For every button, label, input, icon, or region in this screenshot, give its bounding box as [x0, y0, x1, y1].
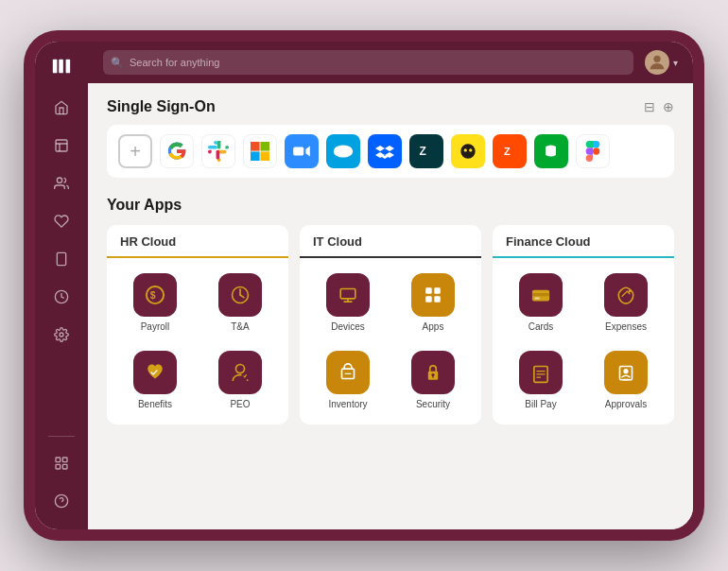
svg-point-33: [469, 148, 472, 151]
finance-cloud-card: Finance Cloud: [493, 225, 674, 424]
hr-cloud-card: HR Cloud $: [107, 225, 288, 424]
sso-app-slack[interactable]: [201, 134, 235, 168]
sso-app-google[interactable]: [160, 134, 194, 168]
svg-rect-1: [59, 60, 63, 74]
search-bar[interactable]: 🔍 Search for anything: [103, 50, 633, 75]
sso-actions: ⊟ ⊕: [644, 99, 674, 114]
security-icon-box: [411, 351, 455, 394]
sidebar-item-device[interactable]: [44, 242, 78, 276]
svg-rect-42: [340, 289, 355, 299]
sidebar-item-favorites[interactable]: [44, 204, 78, 238]
tablet-screen: 🔍 Search for anything ▾: [35, 42, 693, 529]
tna-icon-box: [218, 273, 262, 317]
approvals-label: Approvals: [605, 399, 647, 409]
it-cloud-header: IT Cloud: [300, 225, 481, 258]
sso-app-zoom[interactable]: [285, 134, 319, 168]
svg-rect-48: [434, 296, 441, 303]
svg-rect-0: [53, 60, 58, 74]
app-item-billpay[interactable]: Bill Pay: [500, 343, 581, 417]
app-item-peo[interactable]: PEO: [199, 343, 281, 417]
app-item-cards[interactable]: Cards: [500, 266, 581, 339]
approvals-icon-box: [604, 351, 648, 394]
sidebar-item-help[interactable]: [44, 484, 78, 518]
search-placeholder: Search for anything: [130, 57, 219, 68]
inventory-icon-box: [326, 351, 370, 394]
sidebar-item-settings[interactable]: [44, 318, 78, 352]
app-item-benefits[interactable]: Benefits: [114, 343, 196, 417]
app-item-approvals[interactable]: Approvals: [585, 343, 667, 417]
app-item-apps[interactable]: Apps: [392, 266, 474, 339]
sso-section: Single Sign-On ⊟ ⊕ +: [107, 98, 674, 178]
tablet-frame: 🔍 Search for anything ▾: [24, 30, 704, 541]
sso-app-microsoft[interactable]: [243, 134, 277, 168]
sso-app-evernote[interactable]: [534, 134, 568, 168]
app-logo: [48, 53, 75, 79]
security-label: Security: [416, 399, 450, 409]
tna-label: T&A: [231, 321, 249, 332]
it-apps-grid: Devices: [300, 258, 481, 424]
app-item-expenses[interactable]: Expenses: [585, 266, 667, 339]
sidebar-item-updates[interactable]: [44, 280, 78, 314]
sso-app-salesforce[interactable]: [326, 134, 360, 168]
search-icon: 🔍: [111, 57, 124, 69]
sidebar-item-home[interactable]: [44, 91, 78, 125]
sidebar-item-files[interactable]: [44, 129, 78, 163]
svg-point-17: [653, 56, 660, 62]
finance-apps-grid: Cards: [493, 258, 674, 424]
cards-label: Cards: [529, 321, 554, 332]
sso-app-mailchimp[interactable]: [451, 134, 485, 168]
svg-rect-47: [425, 296, 432, 303]
svg-point-57: [629, 290, 632, 293]
user-menu[interactable]: ▾: [645, 50, 678, 75]
payroll-label: Payroll: [141, 321, 170, 332]
svg-point-63: [623, 369, 628, 373]
payroll-icon-box: $: [133, 273, 177, 317]
app-item-inventory[interactable]: Inventory: [307, 343, 389, 417]
app-item-payroll[interactable]: $ Payroll: [114, 266, 196, 339]
svg-text:$: $: [150, 290, 156, 301]
search-toggle-icon[interactable]: ⊕: [663, 99, 674, 114]
sso-app-dropbox[interactable]: [368, 134, 402, 168]
svg-rect-12: [62, 458, 67, 462]
expenses-icon-box: [604, 273, 648, 317]
sso-title: Single Sign-On: [107, 98, 216, 115]
sso-app-zendesk[interactable]: Z: [409, 134, 443, 168]
your-apps-title: Your Apps: [107, 197, 674, 214]
hr-apps-grid: $ Payroll: [107, 258, 288, 424]
billpay-icon-box: [519, 351, 563, 394]
sidebar-divider: [48, 436, 75, 437]
sso-app-zapier[interactable]: Z: [493, 134, 527, 168]
svg-rect-11: [56, 458, 61, 462]
app-item-devices[interactable]: Devices: [307, 266, 389, 339]
svg-rect-45: [425, 287, 432, 294]
sso-app-figma[interactable]: [576, 134, 610, 168]
it-cloud-card: IT Cloud: [300, 225, 481, 424]
peo-label: PEO: [230, 399, 250, 409]
billpay-label: Bill Pay: [525, 399, 556, 409]
app-item-tna[interactable]: T&A: [199, 266, 281, 339]
svg-line-39: [240, 295, 244, 298]
content-area: Single Sign-On ⊟ ⊕ +: [88, 83, 693, 529]
svg-point-31: [460, 144, 475, 158]
svg-point-6: [57, 178, 61, 182]
top-header: 🔍 Search for anything ▾: [88, 42, 693, 83]
sidebar: [35, 42, 88, 529]
devices-icon-box: [326, 273, 370, 317]
apps-label: Apps: [423, 321, 444, 332]
inventory-label: Inventory: [328, 399, 367, 409]
svg-rect-64: [623, 379, 630, 382]
app-item-security[interactable]: Security: [392, 343, 474, 417]
sidebar-item-teams[interactable]: [44, 446, 78, 480]
apps-grid: HR Cloud $: [107, 225, 674, 424]
devices-label: Devices: [331, 321, 365, 332]
svg-rect-56: [535, 298, 540, 300]
sso-add-button[interactable]: +: [118, 134, 152, 168]
svg-rect-13: [56, 464, 61, 469]
sidebar-item-people[interactable]: [44, 166, 78, 200]
filter-icon[interactable]: ⊟: [644, 99, 655, 114]
svg-rect-20: [251, 151, 260, 161]
svg-marker-25: [375, 146, 385, 151]
expenses-label: Expenses: [605, 321, 647, 332]
apps-icon-box: [411, 273, 455, 317]
svg-rect-19: [260, 142, 269, 151]
